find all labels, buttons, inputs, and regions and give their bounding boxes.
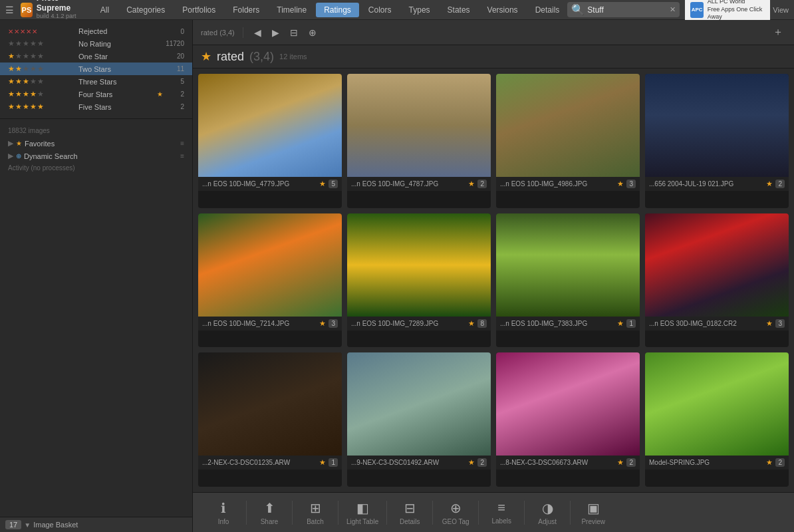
preview-icon: ▣ [587, 500, 600, 516]
image-star-icon: ★ [766, 458, 773, 467]
view-button[interactable]: View [773, 6, 789, 14]
image-card[interactable]: Model-SPRING.JPG★2 [645, 352, 789, 487]
favorites-label: Favorites [25, 140, 55, 148]
batch-icon: ⊞ [310, 500, 321, 516]
search-box[interactable]: 🔍 ✕ [567, 2, 680, 17]
image-star-icon: ★ [617, 319, 624, 328]
rating-three-stars[interactable]: ★ ★ ★ ★ ★ Three Stars 5 [0, 75, 192, 88]
favorites-row[interactable]: ▶ ★ Favorites ≡ [0, 137, 192, 150]
image-rating-number: 5 [329, 180, 338, 188]
light-table-label: Light Table [346, 518, 378, 525]
tab-categories[interactable]: Categories [118, 3, 173, 17]
tool-light-table[interactable]: ◧ Light Table [341, 500, 384, 525]
tool-labels[interactable]: ≡ Labels [481, 500, 521, 525]
dynamic-search-row[interactable]: ▶ ⊕ Dynamic Search ≡ [0, 150, 192, 162]
geo-tag-icon: ⊕ [450, 500, 462, 516]
four-stars-label: Four Stars [78, 90, 157, 98]
reject-stars: ✕ ✕ ✕ ✕ ✕ [8, 28, 74, 35]
no-rating-label: No Rating [78, 40, 164, 48]
four-stars-count: 2 [164, 90, 184, 98]
dynamic-search-menu-icon[interactable]: ≡ [180, 152, 184, 160]
no-rating-count: 11720 [164, 40, 184, 47]
tool-adjust[interactable]: ◑ Adjust [527, 500, 567, 525]
image-thumbnail [645, 74, 789, 177]
heading-star-icon[interactable]: ★ [201, 49, 211, 64]
dynamic-search-icon: ⊕ [16, 152, 21, 160]
filter-button[interactable]: ⊟ [287, 26, 301, 39]
bottom-sep-8 [570, 501, 571, 525]
rating-two-stars[interactable]: ★ ★ ★ ★ ★ Two Stars 11 [0, 63, 192, 75]
tab-details[interactable]: Details [527, 3, 568, 17]
image-star-icon: ★ [468, 180, 475, 188]
image-name: ...n EOS 10D-IMG_4779.JPG [202, 180, 317, 188]
image-card[interactable]: ...n EOS 10D-IMG_4986.JPG★3 [496, 74, 640, 208]
tab-portfolios[interactable]: Portfolios [174, 3, 223, 17]
image-star-icon: ★ [319, 319, 326, 328]
add-button[interactable]: ＋ [770, 24, 786, 41]
image-footer: ...n EOS 10D-IMG_7289.JPG★8 [347, 317, 491, 331]
image-card[interactable]: ...8-NEX-C3-DSC06673.ARW★2 [496, 352, 640, 487]
search-clear-icon[interactable]: ✕ [670, 5, 676, 14]
image-card[interactable]: ...9-NEX-C3-DSC01492.ARW★2 [347, 352, 491, 487]
details-label: Details [400, 518, 420, 525]
image-card[interactable]: ...n EOS 10D-IMG_7214.JPG★3 [198, 213, 342, 348]
tool-batch[interactable]: ⊞ Batch [295, 500, 335, 525]
bottom-sep-4 [386, 501, 387, 525]
rating-four-stars[interactable]: ★ ★ ★ ★ ★ Four Stars ★ 2 [0, 88, 192, 100]
image-star-icon: ★ [617, 180, 624, 188]
forward-button[interactable]: ▶ [269, 26, 282, 39]
tool-geo-tag[interactable]: ⊕ GEO Tag [436, 500, 475, 525]
hamburger-icon[interactable]: ☰ [5, 5, 14, 15]
image-card[interactable]: ...n EOS 10D-IMG_7383.JPG★1 [496, 213, 640, 348]
image-card[interactable]: ...n EOS 30D-IMG_0182.CR2★3 [645, 213, 789, 348]
bottom-sep-7 [524, 501, 525, 525]
rating-no-rating[interactable]: ★ ★ ★ ★ ★ No Rating 11720 [0, 37, 192, 50]
image-star-icon: ★ [468, 458, 475, 467]
three-stars-count: 5 [164, 78, 184, 85]
basket-dropdown-icon[interactable]: ▼ [24, 521, 31, 529]
layers-button[interactable]: ⊕ [306, 26, 319, 39]
image-thumbnail [198, 74, 342, 177]
image-card[interactable]: ...n EOS 10D-IMG_7289.JPG★8 [347, 213, 491, 348]
star-3: ✕ [20, 28, 25, 35]
tab-all[interactable]: All [92, 3, 117, 17]
tab-versions[interactable]: Versions [479, 3, 526, 17]
back-button[interactable]: ◀ [251, 26, 264, 39]
image-footer: ...656 2004-JUL-19 021.JPG★2 [645, 177, 789, 191]
rating-five-stars[interactable]: ★ ★ ★ ★ ★ Five Stars 2 [0, 100, 192, 113]
image-card[interactable]: ...656 2004-JUL-19 021.JPG★2 [645, 74, 789, 208]
tool-share[interactable]: ⬆ Share [249, 500, 289, 525]
tab-timeline[interactable]: Timeline [269, 3, 315, 17]
tab-states[interactable]: States [440, 3, 478, 17]
search-input[interactable] [587, 5, 667, 15]
image-name: ...n EOS 10D-IMG_4787.JPG [351, 180, 465, 188]
image-thumbnail [496, 213, 640, 317]
tab-types[interactable]: Types [401, 3, 438, 17]
heading-parens: (3,4) [249, 50, 274, 64]
tab-colors[interactable]: Colors [360, 3, 400, 17]
rating-one-star[interactable]: ★ ★ ★ ★ ★ One Star 20 [0, 50, 192, 63]
batch-label: Batch [307, 518, 324, 525]
rating-rejected[interactable]: ✕ ✕ ✕ ✕ ✕ Rejected 0 [0, 25, 192, 37]
image-rating-number: 1 [626, 319, 636, 328]
basket-bar: 17 ▼ Image Basket [0, 517, 192, 532]
images-count: 18832 images [0, 124, 192, 137]
image-footer: ...n EOS 10D-IMG_7214.JPG★3 [198, 317, 342, 331]
favorites-menu-icon[interactable]: ≡ [180, 140, 184, 147]
image-footer: ...8-NEX-C3-DSC06673.ARW★2 [496, 456, 640, 469]
tab-folders[interactable]: Folders [225, 3, 267, 17]
tool-info[interactable]: ℹ Info [203, 500, 243, 525]
tool-details[interactable]: ⊟ Details [390, 500, 430, 525]
image-card[interactable]: ...n EOS 10D-IMG_4787.JPG★2 [347, 74, 491, 208]
adjust-label: Adjust [538, 518, 557, 525]
tool-preview[interactable]: ▣ Preview [573, 500, 613, 525]
image-card[interactable]: ...n EOS 10D-IMG_4779.JPG★5 [198, 74, 342, 208]
five-stars-count: 2 [164, 103, 184, 110]
image-footer: ...n EOS 10D-IMG_4787.JPG★2 [347, 177, 491, 191]
info-label: Info [218, 518, 229, 525]
image-star-icon: ★ [319, 458, 326, 467]
image-card[interactable]: ...2-NEX-C3-DSC01235.ARW★1 [198, 352, 342, 487]
app-name: Photo Supreme [37, 0, 84, 13]
tab-ratings[interactable]: Ratings [316, 3, 359, 17]
image-name: ...2-NEX-C3-DSC01235.ARW [202, 459, 317, 466]
